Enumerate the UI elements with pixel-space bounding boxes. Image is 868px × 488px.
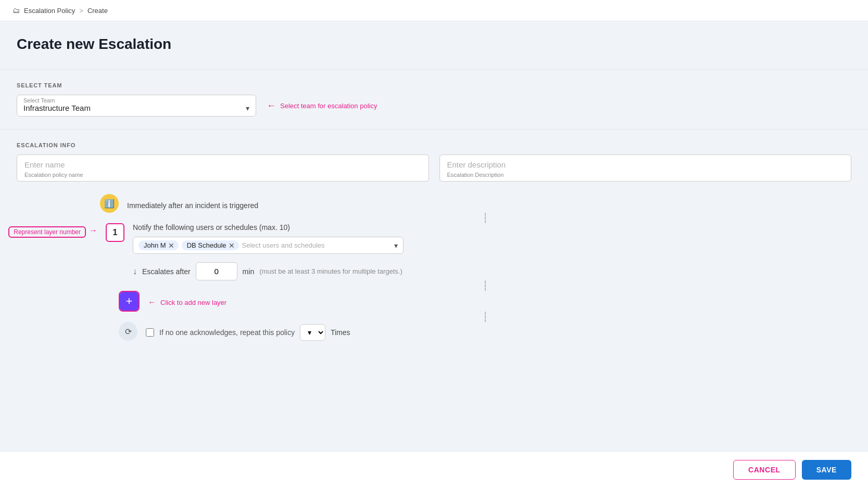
add-layer-annotation: ← Click to add new layer	[148, 298, 227, 307]
select-team-label: SELECT TEAM	[17, 82, 851, 88]
team-select-wrapper[interactable]: Select Team Infrastructure Team ▾	[17, 95, 256, 117]
select-team-row: Select Team Infrastructure Team ▾ ← Sele…	[17, 95, 851, 117]
dashed-line-1	[485, 213, 486, 223]
plus-icon: +	[126, 294, 133, 308]
repeat-checkbox[interactable]	[146, 328, 154, 337]
add-layer-btn-border: +	[119, 291, 140, 312]
name-input[interactable]	[24, 160, 421, 169]
team-select[interactable]: Infrastructure Team	[23, 104, 249, 112]
tag-db-schedule: DB Schedule ✕	[182, 240, 239, 250]
layer-content: Notify the following users or schedules …	[133, 223, 851, 280]
repeat-row: ⟳ If no one acknowledges, repeat this po…	[17, 322, 851, 341]
description-input[interactable]	[447, 160, 844, 169]
layer-number: 1	[113, 228, 118, 237]
escalates-label: Escalates after	[142, 267, 191, 276]
save-button[interactable]: SAVE	[802, 460, 851, 480]
select-team-section: SELECT TEAM Select Team Infrastructure T…	[17, 70, 851, 117]
escalation-flow: ℹ️ Immediately after an incident is trig…	[17, 194, 851, 341]
layer-annotation-box: Represent layer number	[8, 226, 86, 238]
trigger-text: Immediately after an incident is trigger…	[127, 197, 258, 210]
add-layer-arrow-icon: ←	[148, 298, 156, 307]
dashed-line-3	[485, 312, 486, 322]
breadcrumb-current: Create	[87, 7, 108, 15]
repeat-text: If no one acknowledges, repeat this poli…	[159, 328, 295, 337]
breadcrumb-bar: 🗂 Escalation Policy > Create	[0, 0, 868, 21]
dashed-line-2	[485, 280, 486, 291]
layer-row: Represent layer number → 1 Notify the fo…	[17, 223, 851, 280]
team-select-label: Select Team	[23, 97, 249, 104]
escalation-info-label: ESCALATION INFO	[17, 142, 851, 148]
breadcrumb-separator: >	[79, 7, 83, 15]
description-field-wrapper: Escalation Description	[439, 155, 852, 182]
escalates-input[interactable]	[196, 262, 237, 280]
layer-annotation-col: Represent layer number →	[17, 223, 97, 238]
add-layer-button[interactable]: +	[120, 292, 139, 311]
annotation-arrow-icon: ←	[267, 101, 276, 110]
add-layer-annotation-text: Click to add new layer	[160, 299, 227, 306]
name-hint: Escalation policy name	[24, 172, 421, 178]
tag-db-schedule-label: DB Schedule	[187, 241, 227, 249]
layer-annotation-text: Represent layer number	[14, 228, 81, 236]
tags-placeholder: Select users and schedules	[242, 241, 391, 249]
repeat-icon-wrapper: ⟳	[119, 322, 137, 341]
flow-connector-dashed3	[119, 312, 851, 322]
layer-number-box: 1	[106, 223, 124, 242]
layer-notify-text: Notify the following users or schedules …	[133, 223, 851, 232]
escalates-unit: min	[243, 267, 255, 276]
description-hint: Escalation Description	[447, 172, 844, 178]
bottom-bar: CANCEL SAVE	[0, 451, 868, 488]
repeat-content: If no one acknowledges, repeat this poli…	[146, 322, 350, 341]
escalation-policy-icon: 🗂	[12, 6, 20, 15]
info-fields: Escalation policy name Escalation Descri…	[17, 155, 851, 182]
layer-annotation-arrow-icon: →	[89, 226, 97, 235]
escalates-note: (must be at least 3 minutes for multiple…	[259, 267, 402, 275]
breadcrumb-parent[interactable]: Escalation Policy	[24, 7, 75, 15]
add-layer-row: + ← Click to add new layer	[119, 291, 851, 312]
team-annotation-text: Select team for escalation policy	[280, 102, 377, 110]
flow-connector-dashed1	[119, 213, 851, 223]
page-container: 🗂 Escalation Policy > Create Create new …	[0, 0, 868, 488]
tag-john-m-label: John M	[144, 241, 166, 249]
layer-annotation-wrapper: Represent layer number →	[8, 223, 97, 238]
page-title: Create new Escalation	[17, 36, 851, 53]
repeat-times-label: Times	[331, 328, 350, 337]
trigger-icon: ℹ️	[100, 194, 119, 213]
name-field-wrapper: Escalation policy name	[17, 155, 429, 182]
escalates-down-icon: ↓	[133, 267, 137, 276]
tags-dropdown[interactable]: John M ✕ DB Schedule ✕ Select users and …	[133, 237, 404, 254]
cancel-button[interactable]: CANCEL	[733, 460, 796, 480]
escalation-info-section: ESCALATION INFO Escalation policy name E…	[17, 130, 851, 182]
trigger-row: ℹ️ Immediately after an incident is trig…	[100, 194, 851, 213]
tag-john-m: John M ✕	[139, 240, 179, 250]
escalates-row: ↓ Escalates after min (must be at least …	[133, 262, 851, 280]
main-content: Create new Escalation SELECT TEAM Select…	[0, 21, 868, 382]
tags-chevron-icon: ▾	[394, 241, 398, 250]
team-annotation: ← Select team for escalation policy	[267, 101, 377, 110]
repeat-icon: ⟳	[119, 322, 137, 341]
tag-john-m-remove[interactable]: ✕	[168, 242, 174, 249]
tag-db-schedule-remove[interactable]: ✕	[229, 242, 235, 249]
repeat-times-select[interactable]: ▾	[300, 324, 325, 341]
flow-connector-dashed2	[119, 280, 851, 291]
